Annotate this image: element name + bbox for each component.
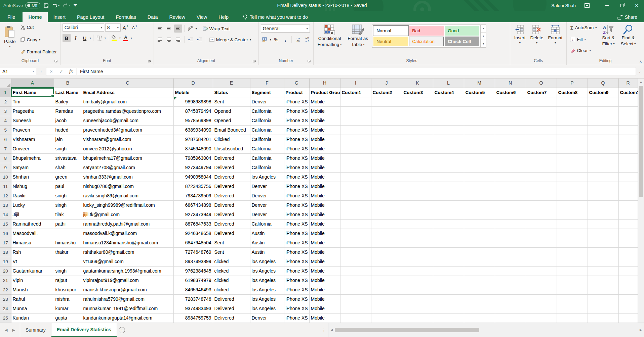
cell-G23[interactable]: iPhone XS — [284, 294, 309, 304]
row-header-5[interactable]: 5 — [0, 125, 11, 135]
cell-N6[interactable] — [495, 135, 526, 144]
cell-I22[interactable] — [340, 285, 371, 294]
copy-button[interactable]: Copy ▾ — [19, 37, 58, 43]
cell-G13[interactable]: iPhone XS — [284, 200, 309, 210]
cell-H14[interactable]: Mobile — [309, 210, 340, 219]
close-button[interactable]: × — [629, 0, 644, 11]
gallery-scroll-up[interactable]: ▲ — [481, 25, 486, 33]
cell-C24[interactable]: munnakumar_1991@rediffmail.com — [82, 304, 173, 313]
cell-O12[interactable] — [526, 191, 557, 200]
ribbon-tab-formulas[interactable]: Formulas — [110, 12, 142, 22]
cell-E15[interactable]: Delivered — [213, 219, 250, 229]
cell-L25[interactable] — [433, 313, 464, 323]
prev-sheet-button[interactable]: ◀ — [5, 328, 7, 332]
cell-M4[interactable] — [464, 116, 495, 125]
cell-B17[interactable]: himanshu — [54, 238, 82, 247]
cell-A8[interactable]: Bhupalmehra — [11, 153, 54, 163]
cell-R15[interactable] — [618, 219, 638, 229]
cell-G5[interactable]: iPhone XS — [284, 125, 309, 135]
cell-H12[interactable]: Mobile — [309, 191, 340, 200]
format-as-table-button[interactable]: Format as Table▾ — [346, 23, 370, 48]
cell-H5[interactable]: Mobile — [309, 125, 340, 135]
cell-G4[interactable]: iPhone XS — [284, 116, 309, 125]
column-header-R[interactable]: R — [618, 79, 638, 88]
column-header-P[interactable]: P — [557, 79, 588, 88]
cell-L24[interactable] — [433, 304, 464, 313]
cell-I4[interactable] — [340, 116, 371, 125]
column-header-E[interactable]: E — [213, 79, 250, 88]
cell-G17[interactable]: iPhone XS — [284, 238, 309, 247]
cell-R12[interactable] — [618, 191, 638, 200]
cell-A25[interactable]: Kundan — [11, 313, 54, 323]
cell-J17[interactable] — [371, 238, 402, 247]
cell-H19[interactable]: Mobile — [309, 257, 340, 266]
autosum-arrow[interactable]: ▾ — [595, 26, 597, 29]
cell-F18[interactable]: Austin — [250, 247, 284, 257]
orientation-button[interactable]: ab — [187, 25, 195, 33]
cell-K1[interactable]: Custom3 — [402, 88, 433, 97]
cell-R4[interactable] — [618, 116, 638, 125]
cell-G20[interactable]: iPhone XS — [284, 266, 309, 276]
cell-R13[interactable] — [618, 200, 638, 210]
ribbon-tab-review[interactable]: Review — [163, 12, 191, 22]
share-button[interactable]: Share — [611, 12, 644, 22]
cell-E17[interactable]: Sent — [213, 238, 250, 247]
cell-F8[interactable]: California — [250, 153, 284, 163]
cell-P20[interactable] — [557, 266, 588, 276]
font-color-button[interactable]: A — [122, 34, 130, 42]
cell-A20[interactable]: Gautamkumar — [11, 266, 54, 276]
cell-O10[interactable] — [526, 172, 557, 182]
cell-C7[interactable]: omveer2012@yahoo.in — [82, 144, 173, 153]
cell-F20[interactable]: los Angeles — [250, 266, 284, 276]
cell-C17[interactable]: himansu1234himanshu@gmail.com — [82, 238, 173, 247]
accounting-dropdown-arrow[interactable]: ▾ — [270, 38, 271, 41]
cell-O14[interactable] — [526, 210, 557, 219]
cell-N12[interactable] — [495, 191, 526, 200]
conditional-formatting-button[interactable]: ≠ Conditional Formatting▾ — [316, 23, 344, 48]
cell-E19[interactable]: clicked — [213, 257, 250, 266]
column-header-B[interactable]: B — [54, 79, 82, 88]
column-header-H[interactable]: H — [309, 79, 340, 88]
row-header-18[interactable]: 18 — [0, 247, 11, 257]
cell-B8[interactable]: srivastava — [54, 153, 82, 163]
cell-L9[interactable] — [433, 163, 464, 172]
sheet-tab-email-delivery-statistics[interactable]: Email Delivery Statistics — [51, 323, 117, 337]
cell-B15[interactable]: pathi — [54, 219, 82, 229]
cell-J14[interactable] — [371, 210, 402, 219]
cell-J11[interactable] — [371, 182, 402, 191]
cell-L23[interactable] — [433, 294, 464, 304]
cell-A24[interactable]: Munna — [11, 304, 54, 313]
row-header-21[interactable]: 21 — [0, 276, 11, 285]
cell-A11[interactable]: Nishug — [11, 182, 54, 191]
cell-K24[interactable] — [402, 304, 433, 313]
cell-M9[interactable] — [464, 163, 495, 172]
vertical-scroll-thumb[interactable] — [639, 86, 643, 197]
cell-H3[interactable]: Mobile — [309, 106, 340, 116]
row-header-10[interactable]: 10 — [0, 172, 11, 182]
autosum-button[interactable]: Σ AutoSum ▾ — [569, 24, 598, 31]
cell-Q8[interactable] — [588, 153, 618, 163]
cell-K9[interactable] — [402, 163, 433, 172]
cell-R17[interactable] — [618, 238, 638, 247]
increase-indent-button[interactable] — [196, 36, 204, 44]
cell-L22[interactable] — [433, 285, 464, 294]
cell-L6[interactable] — [433, 135, 464, 144]
cell-J12[interactable] — [371, 191, 402, 200]
cell-I16[interactable] — [340, 229, 371, 238]
row-header-17[interactable]: 17 — [0, 238, 11, 247]
cell-F11[interactable]: Denver — [250, 182, 284, 191]
cell-F6[interactable]: California — [250, 135, 284, 144]
cell-B14[interactable]: tilak — [54, 210, 82, 219]
style-calculation[interactable]: Calculation — [409, 37, 444, 46]
cell-O13[interactable] — [526, 200, 557, 210]
cell-L4[interactable] — [433, 116, 464, 125]
cell-H25[interactable]: Mobile — [309, 313, 340, 323]
cell-J9[interactable] — [371, 163, 402, 172]
undo-button[interactable]: ▾ — [52, 3, 59, 8]
cell-E8[interactable]: Delivered — [213, 153, 250, 163]
cell-Q14[interactable] — [588, 210, 618, 219]
cell-E7[interactable]: Unsubscribed — [213, 144, 250, 153]
cell-D21[interactable]: 6198374979 — [173, 276, 213, 285]
cell-L20[interactable] — [433, 266, 464, 276]
cell-D11[interactable]: 8723435756 — [173, 182, 213, 191]
